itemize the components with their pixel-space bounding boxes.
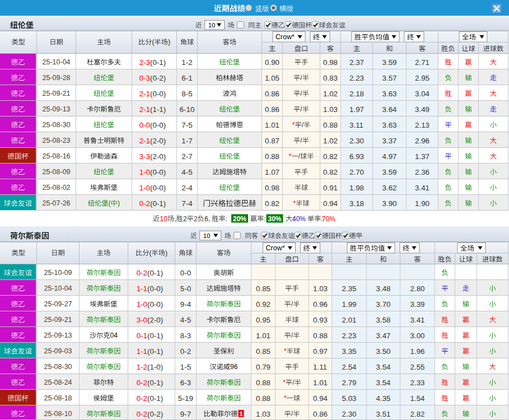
svg-text:10: 10: [208, 22, 216, 29]
svg-text::: :: [264, 215, 265, 223]
svg-text:0.96: 0.96: [313, 300, 328, 309]
svg-text:2.01: 2.01: [342, 316, 357, 324]
svg-text:2.80: 2.80: [410, 284, 425, 293]
svg-text:7-4: 7-4: [181, 199, 193, 208]
svg-text:2.70: 2.70: [349, 168, 364, 176]
svg-text:3.11: 3.11: [349, 121, 363, 129]
svg-text:1: 1: [239, 410, 242, 417]
svg-text:5-19: 5-19: [178, 394, 193, 403]
svg-text:Crow*: Crow*: [266, 244, 285, 252]
svg-text:1.01: 1.01: [256, 332, 270, 340]
svg-text:(1-1): (1-1): [150, 105, 166, 114]
svg-text:(0-1): (0-1): [147, 379, 163, 387]
svg-text:6.93: 6.93: [349, 152, 364, 161]
svg-text:25-08-30: 25-08-30: [44, 363, 72, 371]
svg-text:(: (: [109, 199, 111, 207]
svg-text:1.01: 1.01: [313, 379, 328, 387]
svg-text:*: *: [283, 379, 286, 386]
svg-text:0.82: 0.82: [265, 199, 279, 208]
svg-text:2.13: 2.13: [415, 121, 429, 129]
svg-text:1.05: 1.05: [265, 74, 279, 82]
svg-text:2.55: 2.55: [410, 363, 425, 371]
svg-text:2.30: 2.30: [342, 410, 357, 418]
svg-text:(: (: [149, 249, 151, 257]
svg-text:2.71: 2.71: [415, 58, 429, 67]
svg-text:1-1: 1-1: [137, 284, 147, 293]
svg-text:*: *: [289, 152, 292, 160]
svg-text:(0-1): (0-1): [150, 199, 166, 208]
svg-text:0.97: 0.97: [313, 347, 328, 356]
svg-text:25-08-10: 25-08-10: [44, 410, 72, 418]
svg-text:0-2: 0-2: [137, 379, 147, 387]
svg-text:0.88: 0.88: [313, 332, 328, 340]
svg-text:0.88: 0.88: [323, 121, 338, 129]
svg-text:0.91: 0.91: [323, 184, 338, 192]
svg-text:3.04: 3.04: [415, 90, 430, 98]
svg-text:(0-0): (0-0): [147, 284, 163, 293]
svg-text:/: /: [291, 410, 293, 418]
svg-text:2-1: 2-1: [139, 105, 150, 114]
svg-text:3.57: 3.57: [382, 74, 397, 82]
svg-text:1-0: 1-0: [137, 300, 147, 309]
svg-text:25-08-23: 25-08-23: [43, 137, 71, 144]
svg-text:1.99: 1.99: [342, 300, 357, 309]
svg-text:25-10-04: 25-10-04: [43, 58, 71, 66]
svg-text:*: *: [293, 199, 296, 207]
svg-text:25-08-24: 25-08-24: [44, 379, 72, 386]
svg-text:1-0: 1-0: [139, 184, 150, 192]
svg-text:2.23: 2.23: [349, 74, 364, 82]
svg-text:): ): [165, 249, 167, 257]
svg-text:2-1: 2-1: [139, 90, 150, 98]
svg-text:25-07-26: 25-07-26: [43, 199, 71, 207]
svg-text:0.86: 0.86: [265, 105, 279, 114]
svg-text:0-2: 0-2: [137, 269, 147, 277]
svg-text:20%: 20%: [233, 215, 246, 223]
svg-text:8-3: 8-3: [180, 332, 191, 340]
svg-text:0.98: 0.98: [265, 184, 279, 192]
svg-text:25-09-21: 25-09-21: [43, 90, 71, 97]
svg-text:4.35: 4.35: [376, 394, 391, 403]
svg-text:3.54: 3.54: [376, 363, 391, 371]
svg-text:0.86: 0.86: [313, 410, 328, 418]
svg-text:0-2: 0-2: [137, 394, 147, 403]
svg-text:1.02: 1.02: [323, 90, 338, 98]
svg-text:70%: 70%: [322, 215, 335, 223]
svg-text:25-10-04: 25-10-04: [44, 284, 72, 292]
svg-text:0.86: 0.86: [265, 90, 279, 98]
svg-text:0.88: 0.88: [256, 394, 270, 403]
svg-text:0-2: 0-2: [139, 199, 150, 208]
svg-text:): ): [168, 38, 170, 46]
svg-text:8-5: 8-5: [181, 90, 192, 98]
svg-text:25-08-02: 25-08-02: [43, 184, 71, 192]
svg-text:(: (: [152, 38, 154, 46]
svg-text:/: /: [300, 137, 302, 144]
svg-text:1.11: 1.11: [313, 363, 327, 371]
svg-text:1.96: 1.96: [410, 347, 425, 356]
svg-text:3-0: 3-0: [137, 316, 147, 324]
svg-text:1.07: 1.07: [265, 168, 279, 176]
svg-text:1.02: 1.02: [323, 137, 338, 145]
svg-text:3.39: 3.39: [410, 300, 425, 309]
svg-text:0.85: 0.85: [256, 284, 270, 293]
svg-text:1-1: 1-1: [137, 347, 147, 356]
svg-text:96: 96: [230, 363, 238, 371]
svg-text:2.36: 2.36: [415, 168, 429, 176]
svg-text:3-3: 3-3: [139, 152, 150, 161]
svg-text:9-4: 9-4: [180, 300, 192, 309]
svg-text:6,: 6,: [204, 215, 210, 223]
svg-text:(0-2): (0-2): [147, 410, 163, 418]
svg-text:0.88: 0.88: [265, 152, 279, 161]
svg-text:3.00: 3.00: [410, 332, 425, 340]
svg-text:7-5: 7-5: [181, 121, 192, 129]
svg-text:1-7: 1-7: [181, 137, 192, 145]
svg-text:25-08-30: 25-08-30: [43, 121, 71, 129]
svg-text:25-09-28: 25-09-28: [43, 74, 71, 82]
svg-text:/: /: [291, 300, 293, 308]
svg-text:3.49: 3.49: [415, 105, 429, 114]
svg-text:2.82: 2.82: [410, 410, 425, 418]
svg-text:3.54: 3.54: [376, 379, 391, 387]
svg-text:25-08-16: 25-08-16: [43, 152, 71, 160]
svg-text:3.37: 3.37: [382, 137, 397, 145]
svg-text:(0-0): (0-0): [147, 300, 163, 309]
svg-text:(0-1): (0-1): [150, 58, 166, 67]
